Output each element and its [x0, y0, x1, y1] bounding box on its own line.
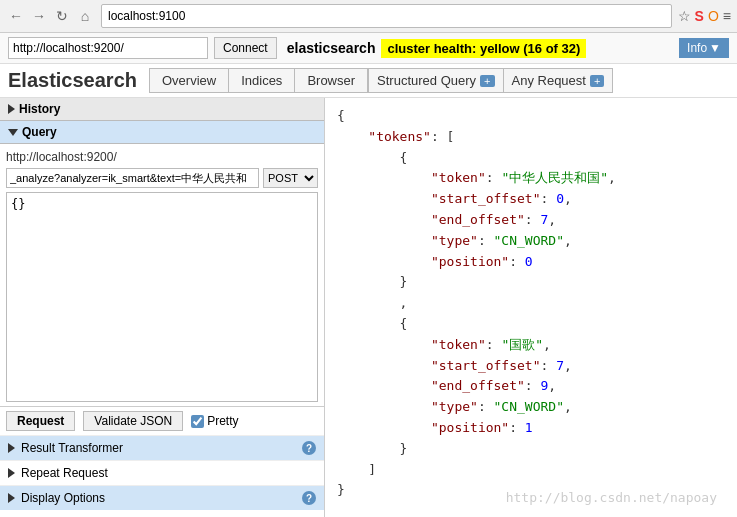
tab-any-request[interactable]: Any Request + [503, 68, 614, 93]
json-line: "token": "中华人民共和国", [337, 168, 725, 189]
query-label: Query [22, 125, 57, 139]
browser-icons: ☆ S O ≡ [678, 8, 731, 24]
app-nav: Elasticsearch Overview Indices Browser S… [0, 64, 737, 98]
any-request-plus: + [590, 75, 604, 87]
app-header: Connect elasticsearch cluster health: ye… [0, 33, 737, 64]
json-line: "position": 0 [337, 252, 725, 273]
history-label: History [19, 102, 60, 116]
structured-query-label: Structured Query [377, 73, 476, 88]
display-options-row[interactable]: Display Options ? [0, 485, 324, 510]
tab-indices[interactable]: Indices [228, 68, 294, 93]
result-transformer-icon [8, 443, 15, 453]
query-endpoint-input[interactable] [6, 168, 259, 188]
pretty-checkbox[interactable] [191, 415, 204, 428]
tab-structured-query[interactable]: Structured Query + [368, 68, 502, 93]
json-line: "position": 1 [337, 418, 725, 439]
json-line: "start_offset": 0, [337, 189, 725, 210]
history-expand-icon [8, 104, 15, 114]
server-url-input[interactable] [8, 37, 208, 59]
tab-browser[interactable]: Browser [294, 68, 368, 93]
json-line: } [337, 272, 725, 293]
info-button[interactable]: Info ▼ [679, 38, 729, 58]
back-button[interactable]: ← [6, 6, 26, 26]
query-section: http://localhost:9200/ POST GET PUT DELE… [0, 144, 324, 406]
pretty-toggle[interactable]: Pretty [191, 414, 238, 428]
forward-button[interactable]: → [29, 6, 49, 26]
method-select[interactable]: POST GET PUT DELETE [263, 168, 318, 188]
json-line: "tokens": [ [337, 127, 725, 148]
json-line: "type": "CN_WORD", [337, 397, 725, 418]
json-line: { [337, 314, 725, 335]
query-body-textarea[interactable]: {} [6, 192, 318, 402]
json-line: "token": "国歌", [337, 335, 725, 356]
json-line: "end_offset": 7, [337, 210, 725, 231]
pretty-label: Pretty [207, 414, 238, 428]
repeat-request-label: Repeat Request [21, 466, 108, 480]
menu-icon[interactable]: ≡ [723, 8, 731, 24]
request-button[interactable]: Request [6, 411, 75, 431]
cluster-name: elasticsearch [287, 40, 376, 56]
json-line: } [337, 480, 725, 501]
json-line: "start_offset": 7, [337, 356, 725, 377]
ext-icon-1: S [695, 8, 704, 24]
display-options-icon [8, 493, 15, 503]
json-line: ] [337, 460, 725, 481]
nav-buttons: ← → ↻ ⌂ [6, 6, 95, 26]
any-request-label: Any Request [512, 73, 586, 88]
reload-button[interactable]: ↻ [52, 6, 72, 26]
json-line: , [337, 293, 725, 314]
left-panel: History Query http://localhost:9200/ POS… [0, 98, 325, 517]
info-arrow-icon: ▼ [709, 41, 721, 55]
json-line: { [337, 106, 725, 127]
bottom-bar: Request Validate JSON Pretty [0, 406, 324, 435]
json-line: } [337, 439, 725, 460]
browser-bar: ← → ↻ ⌂ ☆ S O ≡ [0, 0, 737, 33]
query-input-row: POST GET PUT DELETE [6, 168, 318, 188]
info-label: Info [687, 41, 707, 55]
json-line: { [337, 148, 725, 169]
connect-button[interactable]: Connect [214, 37, 277, 59]
display-options-help-icon: ? [302, 491, 316, 505]
home-button[interactable]: ⌂ [75, 6, 95, 26]
result-transformer-label: Result Transformer [21, 441, 123, 455]
json-line: "end_offset": 9, [337, 376, 725, 397]
query-section-header[interactable]: Query [0, 121, 324, 144]
repeat-request-icon [8, 468, 15, 478]
query-expand-icon [8, 129, 18, 136]
ext-icon-2: O [708, 8, 719, 24]
result-transformer-help-icon: ? [302, 441, 316, 455]
validate-json-button[interactable]: Validate JSON [83, 411, 183, 431]
result-transformer-row[interactable]: Result Transformer ? [0, 435, 324, 460]
history-section-header[interactable]: History [0, 98, 324, 121]
query-url-display: http://localhost:9200/ [6, 150, 318, 164]
json-line: "type": "CN_WORD", [337, 231, 725, 252]
main-content: History Query http://localhost:9200/ POS… [0, 98, 737, 517]
right-panel: { "tokens": [ { "token": "中华人民共和国", "sta… [325, 98, 737, 517]
display-options-label: Display Options [21, 491, 105, 505]
star-icon: ☆ [678, 8, 691, 24]
cluster-health-badge: cluster health: yellow (16 of 32) [381, 39, 586, 58]
app-title: Elasticsearch [8, 69, 137, 92]
tab-overview[interactable]: Overview [149, 68, 228, 93]
repeat-request-row[interactable]: Repeat Request [0, 460, 324, 485]
structured-query-plus: + [480, 75, 494, 87]
browser-url-bar[interactable] [101, 4, 672, 28]
